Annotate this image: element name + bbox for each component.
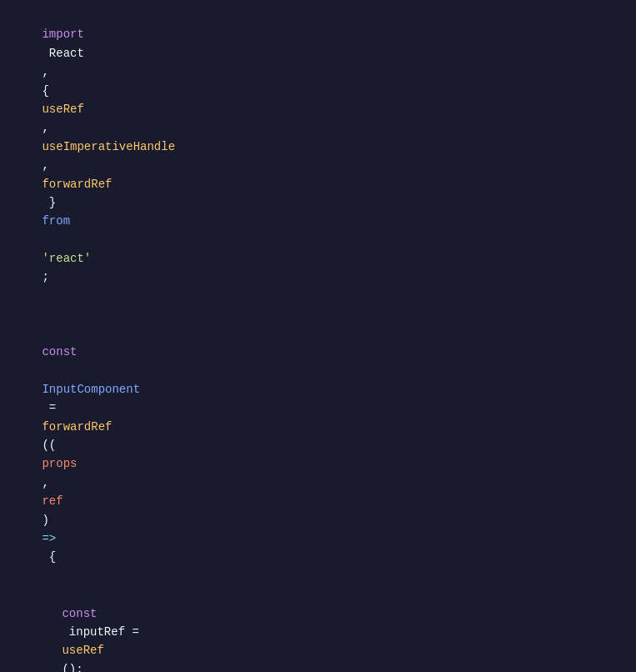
code-editor: import React , { useRef , useImperativeH… bbox=[0, 0, 636, 672]
code-line-1: import React , { useRef , useImperativeH… bbox=[0, 7, 636, 305]
code-line-4: const inputRef = useRef (); bbox=[0, 585, 636, 672]
keyword-import: import bbox=[42, 28, 83, 41]
empty-line-2 bbox=[0, 305, 636, 323]
code-line-3: const InputComponent = forwardRef (( pro… bbox=[0, 324, 636, 585]
